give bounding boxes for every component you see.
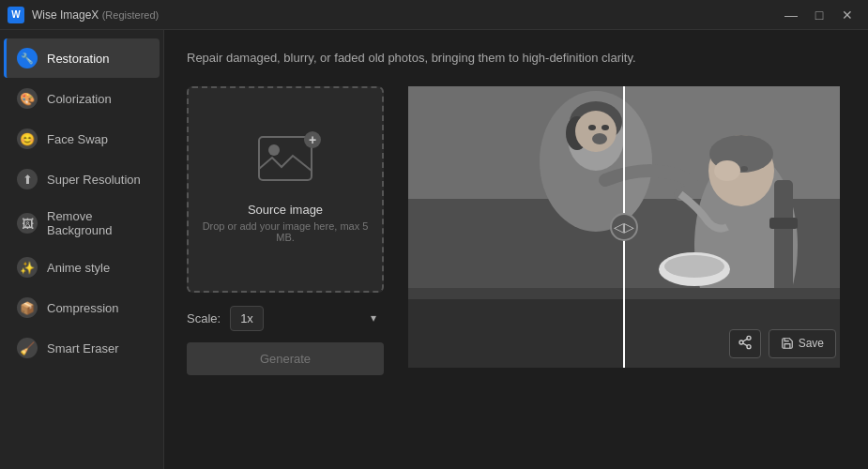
photo-actions: Save (729, 329, 836, 358)
upload-icon: + (257, 135, 313, 186)
svg-rect-20 (769, 218, 798, 229)
sidebar-label-anime-style: Anime style (47, 261, 110, 275)
upload-area[interactable]: + Source image Drop or add your image he… (187, 86, 384, 293)
sidebar-item-smart-eraser[interactable]: 🧹 Smart Eraser (4, 328, 160, 368)
page-description: Repair damaged, blurry, or faded old pho… (187, 49, 845, 68)
anime-style-icon: ✨ (17, 257, 38, 278)
sidebar-item-colorization[interactable]: 🎨 Colorization (4, 79, 160, 118)
plus-badge: + (304, 131, 321, 148)
content-body: + Source image Drop or add your image he… (187, 86, 845, 375)
app-logo: W (8, 7, 24, 23)
source-label: Source image (248, 203, 323, 217)
svg-rect-0 (259, 137, 312, 180)
svg-point-29 (747, 344, 751, 348)
svg-point-28 (739, 340, 743, 344)
photo-panel: ◁▷ Save (403, 86, 845, 368)
photo-comparison: ◁▷ (403, 86, 845, 368)
restoration-icon: 🔧 (17, 48, 38, 68)
sidebar-item-remove-background[interactable]: 🖼 Remove Background (4, 200, 160, 247)
svg-point-15 (714, 160, 740, 181)
svg-point-18 (664, 255, 724, 278)
sidebar-label-face-swap: Face Swap (47, 132, 108, 146)
sidebar-label-compression: Compression (47, 301, 119, 315)
sidebar-label-remove-background: Remove Background (47, 209, 146, 237)
sidebar-label-restoration: Restoration (47, 52, 109, 66)
save-button[interactable]: Save (769, 329, 836, 358)
sidebar-label-smart-eraser: Smart Eraser (47, 341, 119, 356)
scale-select[interactable]: 1x 2x 4x (230, 306, 264, 331)
svg-line-31 (742, 339, 747, 341)
svg-point-27 (747, 336, 751, 340)
smart-eraser-icon: 🧹 (17, 338, 38, 358)
sidebar: 🔧 Restoration 🎨 Colorization 😊 Face Swap… (0, 30, 164, 469)
face-swap-icon: 😊 (17, 129, 38, 149)
save-icon (781, 337, 794, 350)
sidebar-item-anime-style[interactable]: ✨ Anime style (4, 248, 160, 287)
title-bar: W Wise ImageX (Registered) — □ ✕ (0, 0, 868, 30)
sidebar-item-compression[interactable]: 📦 Compression (4, 288, 160, 327)
left-panel: + Source image Drop or add your image he… (187, 86, 384, 375)
generate-button[interactable]: Generate (187, 342, 384, 375)
sidebar-label-super-resolution: Super Resolution (47, 173, 141, 187)
title-bar-left: W Wise ImageX (Registered) (8, 7, 159, 23)
compression-icon: 📦 (17, 297, 38, 318)
source-hint: Drop or add your image here, max 5 MB. (189, 220, 382, 243)
super-resolution-icon: ⬆ (17, 169, 38, 189)
sidebar-label-colorization: Colorization (47, 92, 112, 106)
svg-point-1 (268, 144, 280, 156)
sidebar-item-face-swap[interactable]: 😊 Face Swap (4, 119, 160, 159)
sidebar-item-restoration[interactable]: 🔧 Restoration (4, 38, 160, 78)
svg-rect-23 (408, 86, 624, 368)
svg-line-30 (742, 343, 747, 346)
title-bar-controls: — □ ✕ (778, 2, 860, 28)
close-button[interactable]: ✕ (834, 2, 860, 28)
colorization-icon: 🎨 (17, 88, 38, 109)
share-button[interactable] (729, 329, 761, 358)
content-area: Repair damaged, blurry, or faded old pho… (164, 30, 868, 469)
scale-wrapper: 1x 2x 4x (230, 306, 384, 331)
sidebar-item-super-resolution[interactable]: ⬆ Super Resolution (4, 159, 160, 199)
maximize-button[interactable]: □ (806, 2, 832, 28)
svg-text:◁▷: ◁▷ (614, 219, 634, 234)
main-layout: 🔧 Restoration 🎨 Colorization 😊 Face Swap… (0, 30, 868, 469)
scale-row: Scale: 1x 2x 4x (187, 306, 384, 331)
remove-background-icon: 🖼 (17, 213, 38, 234)
app-title: Wise ImageX (Registered) (32, 8, 159, 22)
svg-point-16 (740, 166, 748, 172)
minimize-button[interactable]: — (778, 2, 804, 28)
scale-label: Scale: (187, 311, 221, 325)
share-icon (738, 335, 753, 350)
